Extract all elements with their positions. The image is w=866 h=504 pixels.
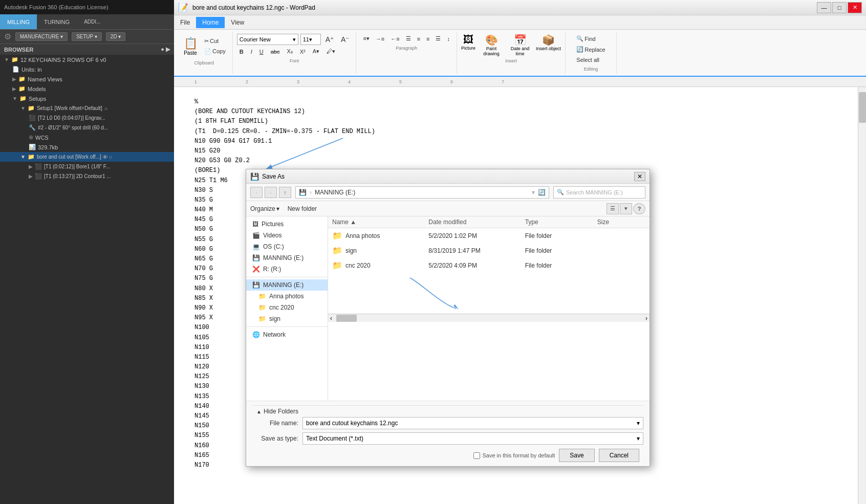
scroll-left-icon[interactable]: ‹	[328, 315, 334, 322]
minimize-btn[interactable]: —	[817, 2, 831, 13]
tree-spotdrill[interactable]: 🔧 #2 - Ø1/2" 60° spot drill (60 d...	[0, 123, 174, 133]
table-row[interactable]: 📁 sign 8/31/2019 1:47 PM File folder	[328, 243, 650, 258]
tree-models[interactable]: ▶ 📁 Models	[0, 84, 174, 94]
tree-contour[interactable]: ▶ ⬛ [T1 (0:13:27)] 2D Contour1 ...	[0, 171, 174, 181]
font-size-select[interactable]: 11 ▾	[300, 34, 321, 45]
menu-home[interactable]: Home	[196, 17, 225, 28]
hscroll-thumb[interactable]	[336, 315, 357, 322]
maximize-btn[interactable]: □	[832, 2, 847, 13]
copy-btn[interactable]: 📄 Copy	[202, 47, 228, 56]
tab-additive[interactable]: ADDI...	[77, 14, 107, 29]
pictures-icon: 🖼	[252, 221, 258, 228]
search-icon: 🔍	[557, 189, 564, 195]
font-grow-btn[interactable]: A⁺	[323, 34, 336, 45]
organize-btn[interactable]: Organize ▾	[250, 205, 279, 212]
col-date-header[interactable]: Date modified	[428, 218, 525, 226]
picture-btn[interactable]: 🖼 Picture	[461, 34, 475, 51]
tree-units[interactable]: 📄 Units: in	[0, 64, 174, 74]
underline-btn[interactable]: U	[257, 47, 266, 56]
view-dropdown-btn[interactable]: ▾	[620, 203, 632, 214]
font-shrink-btn[interactable]: A⁻	[338, 34, 352, 45]
align-right-btn[interactable]: ≡	[424, 34, 432, 43]
strikethrough-btn[interactable]: abc	[268, 47, 283, 56]
filename-input[interactable]: bore and cutout keychains 12.ngc ▾	[302, 417, 643, 429]
sidebar-manning[interactable]: 💾 MANNING (E:)	[246, 252, 328, 264]
sidebar-anna-photos[interactable]: 📁 Anna photos	[246, 291, 328, 302]
scroll-right-icon[interactable]: ›	[643, 315, 650, 322]
browser-toggle[interactable]: ● ▶	[161, 46, 170, 53]
list-btn[interactable]: ≡▾	[360, 34, 372, 43]
font-name-select[interactable]: Courier New ▾	[237, 34, 298, 45]
col-size-header[interactable]: Size	[597, 218, 645, 226]
dialog-close-btn[interactable]: ✕	[634, 172, 645, 181]
italic-btn[interactable]: I	[248, 47, 255, 56]
paint-drawing-btn[interactable]: 🎨 Paint drawing	[479, 34, 504, 56]
insert-object-btn[interactable]: 📦 Insert object	[536, 34, 561, 51]
align-left-btn[interactable]: ☰	[403, 34, 414, 43]
wordpad-scrollbar[interactable]	[858, 87, 866, 504]
up-btn[interactable]: ↑	[279, 187, 291, 198]
table-row[interactable]: 📁 Anna photos 5/2/2020 1:02 PM File fold…	[328, 228, 650, 243]
tree-engrave[interactable]: ⬛ [T2 L0 D0 (0:04:07)] Engrav...	[0, 113, 174, 123]
hide-folders-btn[interactable]: ▲ Hide Folders	[252, 405, 643, 417]
linespacing-btn[interactable]: ↕	[444, 34, 452, 43]
tree-root[interactable]: ▼ 📁 12 KEYCHAINS 2 ROWS OF 6 v0	[0, 55, 174, 64]
select-all-btn[interactable]: Select all	[574, 55, 608, 64]
superscript-btn[interactable]: X²	[297, 47, 308, 56]
table-row[interactable]: 📁 cnc 2020 5/2/2020 4:09 PM File folder	[328, 258, 650, 273]
paste-btn[interactable]: 📋 Paste	[180, 34, 201, 58]
tree-named-views[interactable]: ▶ 📁 Named Views	[0, 74, 174, 84]
new-folder-btn[interactable]: New folder	[284, 204, 321, 213]
sidebar-videos[interactable]: 🎬 Videos	[246, 230, 328, 241]
2d-btn[interactable]: 2D ▾	[106, 32, 126, 41]
refresh-icon[interactable]: 🔄	[538, 189, 546, 196]
bold-btn[interactable]: B	[237, 47, 246, 56]
view-list-btn[interactable]: ☰	[607, 203, 619, 214]
scroll-thumb[interactable]	[859, 92, 866, 123]
save-btn[interactable]: Save	[559, 449, 594, 462]
date-time-btn[interactable]: 📅 Date and time	[507, 34, 533, 56]
menu-file[interactable]: File	[174, 17, 196, 28]
sidebar-cnc2020[interactable]: 📁 cnc 2020	[246, 302, 328, 313]
tab-milling[interactable]: MILLING	[0, 14, 37, 29]
font-color-btn[interactable]: A▾	[310, 47, 322, 56]
align-justify-btn[interactable]: ☰	[433, 34, 443, 43]
manufacture-btn[interactable]: MANUFACTURE ▾	[15, 32, 68, 41]
find-btn[interactable]: 🔍 Find	[574, 34, 608, 43]
tree-wcs[interactable]: ⊕ WCS	[0, 133, 174, 142]
save-format-checkbox[interactable]	[473, 452, 480, 459]
tree-bore-cutout[interactable]: ▼ 📁 bore and cut out [Work off...] 👁 ○	[0, 152, 174, 162]
sidebar-manning-expanded[interactable]: 💾 MANNING (E:)	[246, 279, 328, 291]
menu-view[interactable]: View	[225, 17, 250, 28]
sidebar-pictures[interactable]: 🖼 Pictures	[246, 218, 328, 230]
cut-btn[interactable]: ✂ Cut	[202, 36, 228, 46]
back-btn[interactable]: ‹	[250, 187, 263, 198]
sidebar-osc[interactable]: 💻 OS (C:)	[246, 241, 328, 252]
col-type-header[interactable]: Type	[525, 218, 597, 226]
sidebar-r[interactable]: ❌ R: (R:)	[246, 264, 328, 275]
ribbon-row: 📋 Paste ✂ Cut 📄 Copy	[176, 32, 864, 74]
replace-btn[interactable]: 🔄 Replace	[574, 45, 608, 54]
outdent-btn[interactable]: ←≡	[388, 34, 402, 43]
filetype-select[interactable]: Text Document (*.txt) ▾	[302, 432, 643, 445]
indent-btn[interactable]: →≡	[373, 34, 387, 43]
cancel-btn[interactable]: Cancel	[599, 449, 639, 462]
forward-btn[interactable]: ›	[265, 187, 277, 198]
tree-setups[interactable]: ▼ 📁 Setups	[0, 94, 174, 103]
help-btn[interactable]: ?	[633, 203, 645, 214]
subscript-btn[interactable]: X₂	[284, 47, 295, 56]
highlight-btn[interactable]: 🖊▾	[324, 47, 338, 56]
tree-setup1[interactable]: ▼ 📁 Setup1 [Work offset=Default] ○	[0, 103, 174, 113]
close-btn[interactable]: ✕	[848, 2, 862, 13]
location-bar[interactable]: 💾 › MANNING (E:) ▾ 🔄	[295, 186, 549, 199]
col-name-header[interactable]: Name ▲	[332, 218, 428, 226]
search-box[interactable]: 🔍 Search MANNING (E:)	[553, 186, 645, 199]
file-type: File folder	[525, 232, 597, 239]
sidebar-sign[interactable]: 📁 sign	[246, 313, 328, 324]
setup-btn[interactable]: SETUP ▾	[72, 32, 102, 41]
horizontal-scrollbar[interactable]: ‹ ›	[328, 314, 650, 322]
align-center-btn[interactable]: ≡	[415, 34, 423, 43]
tree-bore1[interactable]: ▶ ⬛ [T1 (0:02:12)] Bore1 (1/8" F...	[0, 162, 174, 171]
sidebar-network[interactable]: 🌐 Network	[246, 329, 328, 340]
tab-turning[interactable]: TURNING	[37, 14, 77, 29]
